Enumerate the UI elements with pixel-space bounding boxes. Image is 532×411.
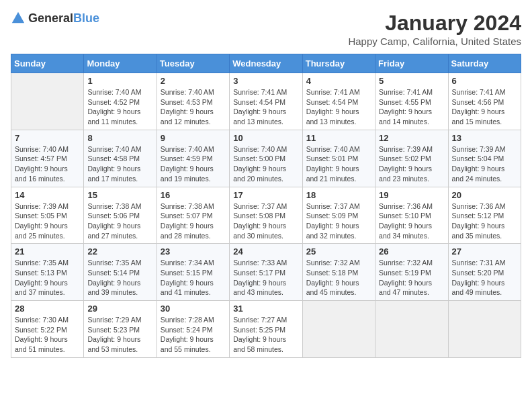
weekday-row: SundayMondayTuesdayWednesdayThursdayFrid… [11, 54, 521, 73]
calendar-cell: 7Sunrise: 7:40 AMSunset: 4:57 PMDaylight… [11, 130, 84, 187]
calendar-header: SundayMondayTuesdayWednesdayThursdayFrid… [11, 54, 521, 73]
day-info: Sunrise: 7:28 AMSunset: 5:24 PMDaylight:… [161, 315, 226, 355]
weekday-header: Sunday [11, 54, 84, 73]
day-number: 27 [452, 246, 517, 257]
day-number: 13 [452, 133, 517, 143]
calendar-week-row: 28Sunrise: 7:30 AMSunset: 5:22 PMDayligh… [11, 301, 521, 358]
calendar-cell: 12Sunrise: 7:39 AMSunset: 5:02 PMDayligh… [375, 130, 448, 187]
logo-icon [11, 11, 26, 26]
calendar-cell: 25Sunrise: 7:32 AMSunset: 5:18 PMDayligh… [302, 244, 375, 301]
day-number: 6 [452, 76, 517, 86]
calendar-cell: 9Sunrise: 7:40 AMSunset: 4:59 PMDaylight… [157, 130, 229, 187]
calendar-cell: 19Sunrise: 7:36 AMSunset: 5:10 PMDayligh… [375, 187, 448, 244]
day-number: 8 [87, 133, 152, 143]
logo-blue: Blue [73, 11, 99, 25]
day-info: Sunrise: 7:40 AMSunset: 4:59 PMDaylight:… [161, 144, 226, 184]
calendar-cell: 14Sunrise: 7:39 AMSunset: 5:05 PMDayligh… [11, 187, 84, 244]
day-info: Sunrise: 7:41 AMSunset: 4:56 PMDaylight:… [452, 87, 517, 127]
calendar-cell: 29Sunrise: 7:29 AMSunset: 5:23 PMDayligh… [84, 301, 157, 358]
day-number: 23 [161, 246, 226, 257]
calendar-title: January 2024 [348, 11, 521, 36]
calendar-cell [375, 301, 448, 358]
weekday-header: Saturday [448, 54, 521, 73]
day-number: 30 [161, 304, 226, 314]
day-number: 16 [161, 190, 226, 200]
day-number: 29 [87, 304, 152, 314]
calendar-cell: 10Sunrise: 7:40 AMSunset: 5:00 PMDayligh… [230, 130, 302, 187]
calendar-cell: 16Sunrise: 7:38 AMSunset: 5:07 PMDayligh… [157, 187, 229, 244]
calendar-cell [302, 301, 375, 358]
day-info: Sunrise: 7:32 AMSunset: 5:18 PMDaylight:… [306, 258, 371, 298]
calendar-cell: 30Sunrise: 7:28 AMSunset: 5:24 PMDayligh… [157, 301, 229, 358]
calendar-cell: 8Sunrise: 7:40 AMSunset: 4:58 PMDaylight… [84, 130, 157, 187]
calendar-table: SundayMondayTuesdayWednesdayThursdayFrid… [11, 54, 521, 358]
day-number: 7 [15, 133, 80, 143]
day-number: 12 [379, 133, 444, 143]
day-number: 18 [306, 190, 371, 200]
svg-marker-0 [12, 12, 24, 24]
weekday-header: Monday [84, 54, 157, 73]
day-number: 10 [233, 133, 298, 143]
day-number: 9 [161, 133, 226, 143]
day-info: Sunrise: 7:40 AMSunset: 4:53 PMDaylight:… [161, 87, 226, 127]
day-number: 11 [306, 133, 371, 143]
day-number: 4 [306, 76, 371, 86]
weekday-header: Friday [375, 54, 448, 73]
day-info: Sunrise: 7:39 AMSunset: 5:04 PMDaylight:… [452, 144, 517, 184]
day-number: 24 [233, 246, 298, 257]
day-number: 5 [379, 76, 444, 86]
day-info: Sunrise: 7:31 AMSunset: 5:20 PMDaylight:… [452, 258, 517, 298]
day-info: Sunrise: 7:41 AMSunset: 4:54 PMDaylight:… [233, 87, 298, 127]
day-number: 25 [306, 246, 371, 257]
calendar-cell: 28Sunrise: 7:30 AMSunset: 5:22 PMDayligh… [11, 301, 84, 358]
day-number: 17 [233, 190, 298, 200]
title-area: January 2024 Happy Camp, California, Uni… [348, 11, 521, 47]
day-info: Sunrise: 7:36 AMSunset: 5:10 PMDaylight:… [379, 201, 444, 241]
day-number: 19 [379, 190, 444, 200]
calendar-cell: 11Sunrise: 7:40 AMSunset: 5:01 PMDayligh… [302, 130, 375, 187]
page-header: GeneralBlue January 2024 Happy Camp, Cal… [11, 11, 521, 47]
day-info: Sunrise: 7:27 AMSunset: 5:25 PMDaylight:… [233, 315, 298, 355]
calendar-cell: 17Sunrise: 7:37 AMSunset: 5:08 PMDayligh… [230, 187, 302, 244]
day-info: Sunrise: 7:37 AMSunset: 5:09 PMDaylight:… [306, 201, 371, 241]
day-info: Sunrise: 7:40 AMSunset: 4:52 PMDaylight:… [87, 87, 152, 127]
day-info: Sunrise: 7:41 AMSunset: 4:55 PMDaylight:… [379, 87, 444, 127]
day-number: 28 [15, 304, 80, 314]
day-info: Sunrise: 7:32 AMSunset: 5:19 PMDaylight:… [379, 258, 444, 298]
calendar-cell: 27Sunrise: 7:31 AMSunset: 5:20 PMDayligh… [448, 244, 521, 301]
day-info: Sunrise: 7:34 AMSunset: 5:15 PMDaylight:… [161, 258, 226, 298]
day-info: Sunrise: 7:41 AMSunset: 4:54 PMDaylight:… [306, 87, 371, 127]
weekday-header: Wednesday [230, 54, 302, 73]
calendar-cell [448, 301, 521, 358]
calendar-cell: 23Sunrise: 7:34 AMSunset: 5:15 PMDayligh… [157, 244, 229, 301]
weekday-header: Thursday [302, 54, 375, 73]
calendar-cell: 18Sunrise: 7:37 AMSunset: 5:09 PMDayligh… [302, 187, 375, 244]
day-info: Sunrise: 7:38 AMSunset: 5:07 PMDaylight:… [161, 201, 226, 241]
day-info: Sunrise: 7:29 AMSunset: 5:23 PMDaylight:… [87, 315, 152, 355]
calendar-week-row: 1Sunrise: 7:40 AMSunset: 4:52 PMDaylight… [11, 73, 521, 130]
calendar-cell: 22Sunrise: 7:35 AMSunset: 5:14 PMDayligh… [84, 244, 157, 301]
logo-general: General [28, 11, 73, 25]
day-number: 2 [161, 76, 226, 86]
day-info: Sunrise: 7:40 AMSunset: 4:58 PMDaylight:… [87, 144, 152, 184]
day-number: 14 [15, 190, 80, 200]
calendar-cell: 24Sunrise: 7:33 AMSunset: 5:17 PMDayligh… [230, 244, 302, 301]
calendar-body: 1Sunrise: 7:40 AMSunset: 4:52 PMDaylight… [11, 73, 521, 358]
day-number: 21 [15, 246, 80, 257]
day-info: Sunrise: 7:30 AMSunset: 5:22 PMDaylight:… [15, 315, 80, 355]
day-number: 1 [87, 76, 152, 86]
day-number: 3 [233, 76, 298, 86]
calendar-cell: 2Sunrise: 7:40 AMSunset: 4:53 PMDaylight… [157, 73, 229, 130]
day-info: Sunrise: 7:37 AMSunset: 5:08 PMDaylight:… [233, 201, 298, 241]
calendar-cell: 3Sunrise: 7:41 AMSunset: 4:54 PMDaylight… [230, 73, 302, 130]
calendar-cell: 1Sunrise: 7:40 AMSunset: 4:52 PMDaylight… [84, 73, 157, 130]
day-number: 20 [452, 190, 517, 200]
day-info: Sunrise: 7:35 AMSunset: 5:14 PMDaylight:… [87, 258, 152, 298]
calendar-cell: 15Sunrise: 7:38 AMSunset: 5:06 PMDayligh… [84, 187, 157, 244]
calendar-cell: 21Sunrise: 7:35 AMSunset: 5:13 PMDayligh… [11, 244, 84, 301]
day-info: Sunrise: 7:40 AMSunset: 4:57 PMDaylight:… [15, 144, 80, 184]
day-info: Sunrise: 7:35 AMSunset: 5:13 PMDaylight:… [15, 258, 80, 298]
day-info: Sunrise: 7:40 AMSunset: 5:00 PMDaylight:… [233, 144, 298, 184]
calendar-cell: 13Sunrise: 7:39 AMSunset: 5:04 PMDayligh… [448, 130, 521, 187]
calendar-cell: 26Sunrise: 7:32 AMSunset: 5:19 PMDayligh… [375, 244, 448, 301]
